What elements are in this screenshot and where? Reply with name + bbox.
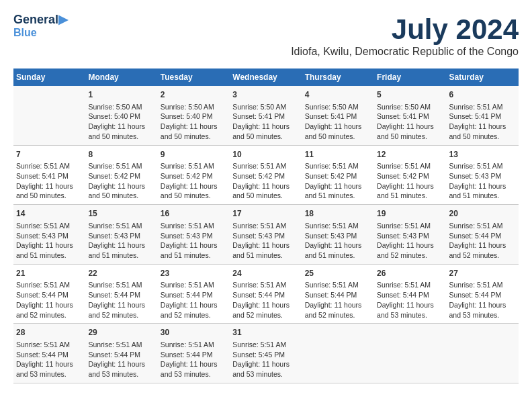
calendar-cell: 21 Sunrise: 5:51 AM Sunset: 5:44 PM Dayl… [13, 264, 85, 324]
day-number: 20 [449, 208, 516, 220]
daylight-text: Daylight: 11 hours and 53 minutes. [88, 360, 145, 378]
page-wrapper: General▶ Blue July 2024 Idiofa, Kwilu, D… [13, 13, 519, 383]
day-number: 27 [449, 268, 516, 279]
col-tuesday: Tuesday [158, 68, 230, 86]
calendar-cell: 13 Sunrise: 5:51 AM Sunset: 5:43 PM Dayl… [447, 145, 519, 205]
day-number: 22 [88, 268, 154, 279]
day-number: 15 [88, 208, 154, 220]
sunset-text: Sunset: 5:45 PM [232, 351, 285, 359]
calendar-cell: 18 Sunrise: 5:51 AM Sunset: 5:43 PM Dayl… [302, 205, 374, 265]
daylight-text: Daylight: 11 hours and 52 minutes. [232, 301, 290, 319]
sunset-text: Sunset: 5:44 PM [16, 351, 69, 359]
sunset-text: Sunset: 5:44 PM [16, 291, 69, 299]
calendar-cell: 7 Sunrise: 5:51 AM Sunset: 5:41 PM Dayli… [13, 145, 85, 205]
sunrise-text: Sunrise: 5:51 AM [16, 340, 70, 349]
sunrise-text: Sunrise: 5:51 AM [16, 281, 70, 289]
calendar-week-2: 7 Sunrise: 5:51 AM Sunset: 5:41 PM Dayli… [13, 145, 519, 205]
sunset-text: Sunset: 5:44 PM [449, 291, 502, 299]
sunrise-text: Sunrise: 5:51 AM [88, 281, 142, 289]
calendar-cell: 30 Sunrise: 5:51 AM Sunset: 5:44 PM Dayl… [158, 324, 230, 383]
sunrise-text: Sunrise: 5:51 AM [161, 281, 214, 289]
day-number: 7 [16, 149, 83, 161]
day-number: 14 [16, 208, 83, 220]
sunrise-text: Sunrise: 5:50 AM [377, 103, 431, 111]
title-section: July 2024 Idiofa, Kwilu, Democratic Repu… [291, 13, 519, 66]
daylight-text: Daylight: 11 hours and 51 minutes. [161, 241, 218, 259]
sunrise-text: Sunrise: 5:51 AM [449, 222, 503, 230]
logo-text: General▶ Blue [13, 13, 68, 38]
day-number: 29 [88, 327, 154, 338]
sunrise-text: Sunrise: 5:51 AM [161, 222, 214, 230]
sunrise-text: Sunrise: 5:51 AM [305, 281, 359, 289]
day-number: 11 [305, 149, 371, 161]
sunrise-text: Sunrise: 5:50 AM [232, 103, 286, 111]
calendar-cell: 25 Sunrise: 5:51 AM Sunset: 5:44 PM Dayl… [302, 264, 374, 324]
sunrise-text: Sunrise: 5:51 AM [377, 162, 431, 170]
calendar-cell: 6 Sunrise: 5:51 AM Sunset: 5:41 PM Dayli… [447, 86, 519, 145]
calendar-cell: 16 Sunrise: 5:51 AM Sunset: 5:43 PM Dayl… [158, 205, 230, 265]
sunset-text: Sunset: 5:44 PM [305, 291, 357, 299]
subtitle: Idiofa, Kwilu, Democratic Republic of th… [291, 46, 519, 58]
sunset-text: Sunset: 5:44 PM [232, 291, 285, 299]
day-number: 19 [377, 208, 443, 220]
sunset-text: Sunset: 5:43 PM [88, 232, 140, 240]
col-wednesday: Wednesday [230, 68, 302, 86]
daylight-text: Daylight: 11 hours and 51 minutes. [232, 241, 290, 259]
daylight-text: Daylight: 11 hours and 50 minutes. [88, 182, 145, 200]
sunrise-text: Sunrise: 5:51 AM [16, 222, 70, 230]
top-bar: General▶ Blue July 2024 Idiofa, Kwilu, D… [13, 13, 519, 68]
calendar-table: Sunday Monday Tuesday Wednesday Thursday… [13, 68, 519, 383]
sunrise-text: Sunrise: 5:51 AM [232, 281, 286, 289]
calendar-cell: 15 Sunrise: 5:51 AM Sunset: 5:43 PM Dayl… [85, 205, 157, 265]
sunset-text: Sunset: 5:42 PM [377, 172, 429, 180]
day-number: 2 [161, 89, 227, 101]
sunset-text: Sunset: 5:40 PM [161, 112, 213, 120]
daylight-text: Daylight: 11 hours and 50 minutes. [88, 122, 145, 140]
sunset-text: Sunset: 5:40 PM [88, 112, 140, 120]
calendar-cell [302, 324, 374, 383]
day-number: 26 [377, 268, 443, 279]
main-title: July 2024 [291, 13, 519, 46]
sunrise-text: Sunrise: 5:51 AM [88, 162, 142, 170]
daylight-text: Daylight: 11 hours and 50 minutes. [449, 122, 506, 140]
sunrise-text: Sunrise: 5:51 AM [161, 162, 214, 170]
daylight-text: Daylight: 11 hours and 52 minutes. [377, 241, 434, 259]
sunrise-text: Sunrise: 5:51 AM [377, 281, 431, 289]
daylight-text: Daylight: 11 hours and 52 minutes. [305, 301, 362, 319]
sunset-text: Sunset: 5:44 PM [88, 291, 140, 299]
sunset-text: Sunset: 5:41 PM [16, 172, 69, 180]
sunset-text: Sunset: 5:44 PM [88, 351, 140, 359]
day-number: 17 [232, 208, 299, 220]
daylight-text: Daylight: 11 hours and 50 minutes. [16, 182, 73, 200]
day-number: 24 [232, 268, 299, 279]
logo: General▶ Blue [13, 13, 68, 38]
day-number: 28 [16, 327, 83, 338]
sunrise-text: Sunrise: 5:50 AM [305, 103, 359, 111]
col-friday: Friday [374, 68, 446, 86]
calendar-cell: 2 Sunrise: 5:50 AM Sunset: 5:40 PM Dayli… [158, 86, 230, 145]
calendar-cell [447, 324, 519, 383]
day-number: 4 [305, 89, 371, 101]
calendar-cell: 20 Sunrise: 5:51 AM Sunset: 5:44 PM Dayl… [447, 205, 519, 265]
daylight-text: Daylight: 11 hours and 50 minutes. [377, 122, 434, 140]
sunset-text: Sunset: 5:43 PM [16, 232, 69, 240]
sunrise-text: Sunrise: 5:51 AM [16, 162, 70, 170]
calendar-cell: 8 Sunrise: 5:51 AM Sunset: 5:42 PM Dayli… [85, 145, 157, 205]
daylight-text: Daylight: 11 hours and 51 minutes. [305, 182, 362, 200]
sunset-text: Sunset: 5:43 PM [161, 232, 213, 240]
calendar-cell: 23 Sunrise: 5:51 AM Sunset: 5:44 PM Dayl… [158, 264, 230, 324]
calendar-cell: 24 Sunrise: 5:51 AM Sunset: 5:44 PM Dayl… [230, 264, 302, 324]
day-number: 25 [305, 268, 371, 279]
daylight-text: Daylight: 11 hours and 50 minutes. [232, 122, 290, 140]
sunrise-text: Sunrise: 5:51 AM [305, 162, 359, 170]
daylight-text: Daylight: 11 hours and 53 minutes. [377, 301, 434, 319]
daylight-text: Daylight: 11 hours and 52 minutes. [161, 301, 218, 319]
day-number: 5 [377, 89, 443, 101]
sunset-text: Sunset: 5:42 PM [88, 172, 140, 180]
sunset-text: Sunset: 5:44 PM [161, 351, 213, 359]
calendar-week-3: 14 Sunrise: 5:51 AM Sunset: 5:43 PM Dayl… [13, 205, 519, 265]
calendar-cell: 9 Sunrise: 5:51 AM Sunset: 5:42 PM Dayli… [158, 145, 230, 205]
day-number: 3 [232, 89, 299, 101]
col-saturday: Saturday [447, 68, 519, 86]
sunset-text: Sunset: 5:42 PM [305, 172, 357, 180]
